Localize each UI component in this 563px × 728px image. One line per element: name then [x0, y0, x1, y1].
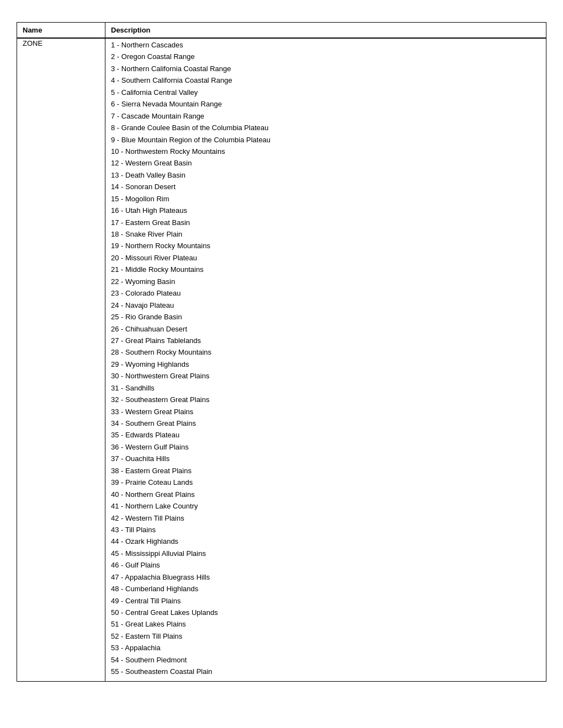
- list-item: 17 - Eastern Great Basin: [111, 217, 540, 228]
- list-item: 50 - Central Great Lakes Uplands: [111, 607, 540, 618]
- list-item: 7 - Cascade Mountain Range: [111, 110, 540, 122]
- list-item: 41 - Northern Lake Country: [111, 500, 540, 512]
- list-item: 52 - Eastern Till Plains: [111, 630, 540, 642]
- list-item: 40 - Northern Great Plains: [111, 489, 540, 500]
- list-item: 1 - Northern Cascades: [111, 39, 540, 51]
- list-item: 45 - Mississippi Alluvial Plains: [111, 548, 540, 559]
- list-item: 29 - Wyoming Highlands: [111, 358, 540, 370]
- list-item: 25 - Rio Grande Basin: [111, 311, 540, 323]
- list-item: 14 - Sonoran Desert: [111, 181, 540, 192]
- table-header-row: Name Description: [17, 23, 546, 39]
- list-item: 26 - Chihuahuan Desert: [111, 323, 540, 335]
- list-item: 4 - Southern California Coastal Range: [111, 74, 540, 86]
- list-item: 43 - Till Plains: [111, 524, 540, 536]
- list-item: 15 - Mogollon Rim: [111, 193, 540, 205]
- list-item: 20 - Missouri River Plateau: [111, 252, 540, 264]
- list-item: 31 - Sandhills: [111, 382, 540, 394]
- table-row: ZONE1 - Northern Cascades2 - Oregon Coas…: [17, 38, 546, 681]
- list-item: 24 - Navajo Plateau: [111, 299, 540, 311]
- list-item: 37 - Ouachita Hills: [111, 453, 540, 464]
- list-item: 32 - Southeastern Great Plains: [111, 394, 540, 405]
- list-item: 48 - Cumberland Highlands: [111, 583, 540, 595]
- list-item: 16 - Utah High Plateaus: [111, 205, 540, 216]
- list-item: 8 - Grande Coulee Basin of the Columbia …: [111, 122, 540, 133]
- list-item: 49 - Central Till Plains: [111, 595, 540, 607]
- list-item: 5 - California Central Valley: [111, 87, 540, 98]
- list-item: 28 - Southern Rocky Mountains: [111, 346, 540, 358]
- list-item: 33 - Western Great Plains: [111, 406, 540, 417]
- list-item: 46 - Gulf Plains: [111, 559, 540, 571]
- list-item: 47 - Appalachia Bluegrass Hills: [111, 571, 540, 583]
- header-name: Name: [17, 23, 105, 39]
- list-item: 13 - Death Valley Basin: [111, 169, 540, 181]
- row-description-cell: 1 - Northern Cascades2 - Oregon Coastal …: [105, 38, 546, 681]
- list-item: 53 - Appalachia: [111, 642, 540, 654]
- list-item: 39 - Prairie Coteau Lands: [111, 477, 540, 488]
- list-item: 30 - Northwestern Great Plains: [111, 370, 540, 382]
- list-item: 18 - Snake River Plain: [111, 228, 540, 240]
- list-item: 34 - Southern Great Plains: [111, 417, 540, 429]
- list-item: 27 - Great Plains Tablelands: [111, 335, 540, 346]
- list-item: 6 - Sierra Nevada Mountain Range: [111, 98, 540, 110]
- list-item: 21 - Middle Rocky Mountains: [111, 264, 540, 275]
- main-table: Name Description ZONE1 - Northern Cascad…: [17, 22, 546, 682]
- list-item: 51 - Great Lakes Plains: [111, 618, 540, 630]
- row-name-cell: ZONE: [17, 38, 105, 681]
- list-item: 35 - Edwards Plateau: [111, 429, 540, 441]
- header-description: Description: [105, 23, 546, 39]
- list-item: 12 - Western Great Basin: [111, 157, 540, 169]
- list-item: 23 - Colorado Plateau: [111, 287, 540, 299]
- list-item: 22 - Wyoming Basin: [111, 276, 540, 287]
- list-item: 54 - Southern Piedmont: [111, 654, 540, 666]
- list-item: 38 - Eastern Great Plains: [111, 465, 540, 477]
- list-item: 36 - Western Gulf Plains: [111, 441, 540, 453]
- list-item: 9 - Blue Mountain Region of the Columbia…: [111, 134, 540, 146]
- list-item: 2 - Oregon Coastal Range: [111, 51, 540, 62]
- list-item: 3 - Northern California Coastal Range: [111, 63, 540, 74]
- list-item: 42 - Western Till Plains: [111, 512, 540, 524]
- list-item: 10 - Northwestern Rocky Mountains: [111, 146, 540, 157]
- list-item: 55 - Southeastern Coastal Plain: [111, 666, 540, 677]
- list-item: 19 - Northern Rocky Mountains: [111, 240, 540, 251]
- list-item: 44 - Ozark Highlands: [111, 536, 540, 547]
